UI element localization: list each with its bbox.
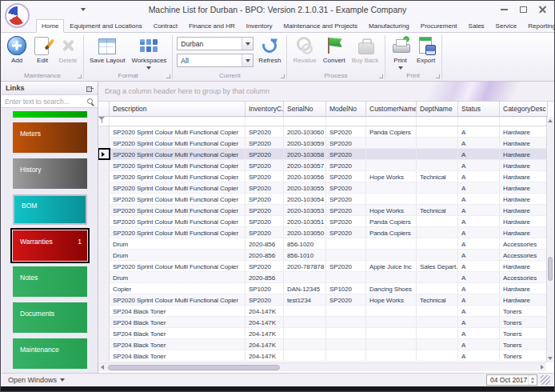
row-indicator[interactable] <box>98 227 110 238</box>
grid-cell[interactable]: SP2020 <box>326 171 366 182</box>
row-indicator[interactable] <box>98 182 110 193</box>
grid-cell[interactable]: SP2020 <box>246 227 284 238</box>
grid-cell[interactable] <box>366 250 417 260</box>
table-row[interactable]: SP2020 Sprint Colour Multi Functional Co… <box>98 138 553 149</box>
grid-cell[interactable] <box>284 339 326 350</box>
scroll-up-icon[interactable] <box>548 119 553 122</box>
column-header-inventoryc[interactable]: InventoryC... <box>246 102 284 117</box>
table-row[interactable]: SP204 Black Toner204-147KAToners <box>98 339 553 350</box>
grid-cell[interactable]: A <box>458 194 500 204</box>
row-indicator[interactable] <box>98 250 110 260</box>
grid-cell[interactable]: A <box>458 250 500 260</box>
grid-cell[interactable]: SP2020 <box>246 138 284 148</box>
grid-cell[interactable] <box>417 317 458 327</box>
grid-cell[interactable]: A <box>458 227 500 238</box>
grid-cell[interactable]: Drum <box>110 250 246 260</box>
table-row[interactable]: SP2020 Sprint Colour Multi Functional Co… <box>98 160 553 171</box>
grid-cell[interactable] <box>417 350 458 361</box>
horizontal-scroll-thumb[interactable] <box>108 365 280 370</box>
workspaces-button[interactable]: Workspaces <box>128 34 170 70</box>
vertical-scrollbar[interactable] <box>546 117 553 362</box>
row-indicator[interactable] <box>98 306 110 316</box>
row-indicator[interactable] <box>98 339 110 350</box>
table-row[interactable]: Drum2020-856856-1010AAccessories <box>98 250 553 261</box>
grid-cell[interactable]: Hope Works <box>366 294 417 305</box>
sidebar-item-warranties[interactable]: Warranties1 <box>13 230 87 261</box>
grid-cell[interactable]: 204-147K <box>246 339 284 350</box>
minimize-button[interactable] <box>494 2 513 16</box>
grid-cell[interactable]: Hardware <box>500 182 548 193</box>
grid-cell[interactable]: SP2020 <box>326 294 366 305</box>
grid-cell[interactable]: SP2020 <box>326 227 366 238</box>
print-button[interactable]: Print <box>388 34 413 70</box>
tab-equipment-and-locations[interactable]: Equipment and Locations <box>64 19 147 32</box>
grid-cell[interactable]: A <box>458 283 500 294</box>
edit-button[interactable]: Edit <box>30 34 55 64</box>
grid-cell[interactable]: A <box>458 216 500 226</box>
row-indicator[interactable] <box>98 216 110 226</box>
save-layout-button[interactable]: Save Layout <box>86 34 128 64</box>
grid-cell[interactable]: SP2020 <box>326 216 366 226</box>
grid-cell[interactable]: Hardware <box>500 205 548 215</box>
grid-cell[interactable]: A <box>458 238 500 249</box>
table-row[interactable]: SP204 Black Toner204-147KAToners <box>98 350 553 362</box>
grid-cell[interactable]: A <box>458 261 500 271</box>
grid-cell[interactable]: SP1020 <box>246 283 284 294</box>
grid-cell[interactable]: SP2020 <box>326 160 366 170</box>
table-row[interactable]: SP2020 Sprint Colour Multi Functional Co… <box>98 126 553 138</box>
grid-cell[interactable]: SP2020 <box>326 261 366 271</box>
grid-cell[interactable]: A <box>458 171 500 182</box>
row-indicator[interactable] <box>98 272 110 282</box>
horizontal-scrollbar[interactable] <box>98 362 546 371</box>
grid-cell[interactable]: 2020-103060 <box>284 126 326 137</box>
grid-cell[interactable]: A <box>458 306 500 316</box>
branch-combo[interactable]: Durban <box>177 37 254 50</box>
tab-maintenance-and-projects[interactable]: Maintenance and Projects <box>278 19 364 32</box>
grid-cell[interactable]: Hope Works <box>366 205 417 215</box>
dialog-launcher-icon[interactable] <box>379 74 383 78</box>
grid-cell[interactable]: SP2020 <box>246 216 284 226</box>
grid-cell[interactable]: SP2020 <box>326 205 366 215</box>
date-spinner[interactable] <box>528 375 537 385</box>
grid-cell[interactable]: Hardware <box>500 294 548 305</box>
grid-cell[interactable]: Hardware <box>500 261 548 271</box>
grid-cell[interactable]: Drum <box>110 272 246 282</box>
branch-combo-dropdown[interactable] <box>242 38 253 50</box>
group-by-panel[interactable]: Drag a column header here to group by th… <box>98 82 553 102</box>
row-indicator[interactable] <box>98 160 110 170</box>
row-indicator[interactable] <box>98 294 110 305</box>
grid-cell[interactable]: Toners <box>500 328 548 338</box>
table-row[interactable]: Drum2020-856856-1020AAccessories <box>98 238 553 250</box>
dialog-launcher-icon[interactable] <box>436 74 440 78</box>
grid-cell[interactable] <box>366 328 417 338</box>
grid-cell[interactable]: SP2020 <box>246 194 284 204</box>
dialog-launcher-icon[interactable] <box>281 74 285 78</box>
grid-cell[interactable]: Sales Depart... <box>417 261 458 271</box>
grid-cell[interactable]: SP2020 Sprint Colour Multi Functional Co… <box>110 138 246 148</box>
grid-cell[interactable]: A <box>458 160 500 170</box>
grid-cell[interactable] <box>366 272 417 282</box>
grid-cell[interactable]: test1234 <box>284 294 326 305</box>
row-indicator[interactable] <box>98 194 110 204</box>
grid-cell[interactable]: 2020-103057 <box>284 160 326 170</box>
refresh-button[interactable]: Refresh <box>255 34 284 64</box>
table-row[interactable]: Drum2020-856AAccessories <box>98 272 553 283</box>
grid-cell[interactable]: SP2020 <box>246 205 284 215</box>
sidebar-item-bom[interactable]: BOM <box>13 194 87 225</box>
table-row[interactable]: SP2020 Sprint Colour Multi Functional Co… <box>98 294 553 306</box>
buy-back-button[interactable]: Buy Back <box>349 34 382 64</box>
grid-cell[interactable] <box>417 339 458 350</box>
grid-cell[interactable]: SP2020 <box>246 261 284 271</box>
grid-cell[interactable]: SP2020 Sprint Colour Multi Functional Co… <box>110 261 246 271</box>
grid-cell[interactable] <box>417 250 458 260</box>
grid-cell[interactable]: A <box>458 317 500 327</box>
search-input[interactable] <box>5 98 84 106</box>
tab-manufacturing[interactable]: Manufacturing <box>363 19 415 32</box>
tab-sales[interactable]: Sales <box>463 19 490 32</box>
sidebar-item-notes[interactable]: Notes <box>13 266 87 297</box>
grid-cell[interactable]: SP2020 Sprint Colour Multi Functional Co… <box>110 126 246 137</box>
grid-cell[interactable]: SP2020 <box>246 126 284 137</box>
grid-cell[interactable]: A <box>458 294 500 305</box>
grid-cell[interactable]: SP2020 Sprint Colour Multi Functional Co… <box>110 227 246 238</box>
grid-cell[interactable]: Hardware <box>500 283 548 294</box>
